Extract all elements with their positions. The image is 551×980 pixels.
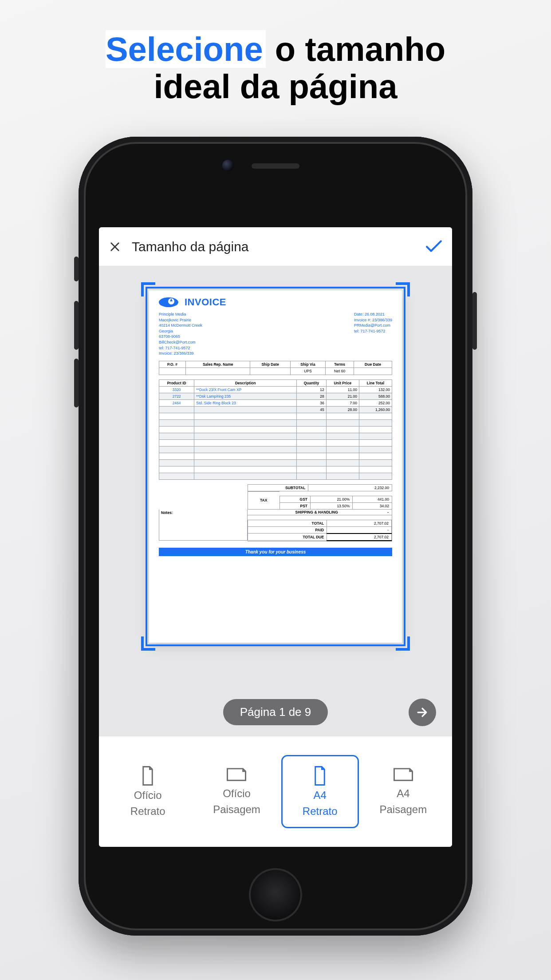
speaker	[252, 163, 299, 169]
device-frame: Tamanho da página INVOICE Principle Medi…	[79, 137, 472, 936]
page-landscape-icon	[227, 768, 246, 784]
next-page-button[interactable]	[409, 699, 436, 726]
app-screen: Tamanho da página INVOICE Principle Medi…	[99, 227, 452, 847]
front-camera	[222, 160, 234, 171]
crop-handle-bl[interactable]	[141, 636, 155, 651]
crop-handle-tl[interactable]	[141, 282, 155, 296]
page-indicator: Página 1 de 9	[223, 699, 328, 725]
close-button[interactable]	[109, 241, 121, 253]
option-oficio-paisagem[interactable]: OfícioPaisagem	[192, 757, 281, 826]
crop-handle-tr[interactable]	[396, 282, 410, 296]
page-landscape-icon	[394, 768, 413, 784]
option-a4-retrato[interactable]: A4Retrato	[281, 755, 359, 828]
option-oficio-retrato[interactable]: OfícioRetrato	[103, 755, 192, 828]
page-title: Tamanho da página	[132, 239, 415, 254]
page-portrait-icon	[140, 766, 156, 786]
confirm-button[interactable]	[425, 240, 442, 253]
page-header: Tamanho da página	[99, 227, 452, 266]
crop-frame[interactable]: INVOICE Principle MediaMacejkovic Prairi…	[146, 287, 405, 646]
marketing-headline: Selecione o tamanho ideal da página	[0, 31, 551, 105]
page-size-toolbar: OfícioRetrato OfícioPaisagem A4Retrato A…	[99, 736, 452, 847]
crop-handle-br[interactable]	[396, 636, 410, 651]
headline-highlight: Selecione	[106, 30, 266, 68]
document-preview-area: INVOICE Principle MediaMacejkovic Prairi…	[99, 266, 452, 736]
page-portrait-icon	[312, 766, 328, 786]
option-a4-paisagem[interactable]: A4Paisagem	[359, 757, 448, 826]
home-button[interactable]	[249, 868, 302, 921]
